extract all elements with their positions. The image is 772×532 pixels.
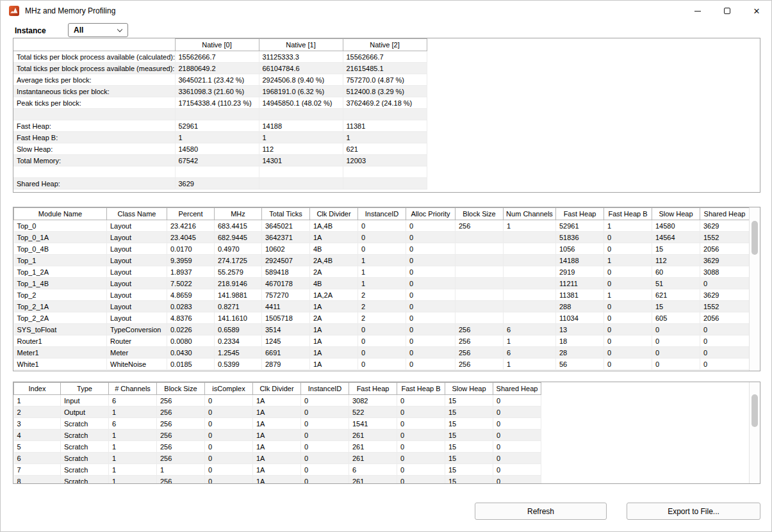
table-row[interactable]: Top_1Layout9.3959274.172529245072A,4B101… (14, 255, 750, 266)
table-row[interactable]: White1WhiteNoise0.01850.539928791A002561… (14, 359, 750, 370)
table-cell[interactable]: 4670178 (262, 278, 310, 289)
table-cell[interactable]: 6 (109, 395, 157, 407)
table-cell[interactable]: 0 (205, 418, 253, 430)
table-cell[interactable]: 55.2579 (215, 266, 262, 278)
table-cell[interactable]: 0 (604, 232, 652, 243)
table-cell[interactable]: 0 (301, 453, 349, 464)
table-cell[interactable]: Instantaneous ticks per block: (13, 86, 175, 97)
table-cell[interactable]: 1A (310, 335, 358, 347)
table-cell[interactable]: 0 (358, 232, 406, 243)
table-cell[interactable]: 621 (343, 143, 427, 155)
table-row[interactable]: 3Scratch625601A015410150 (14, 418, 541, 430)
table-cell[interactable]: 0 (406, 312, 456, 324)
table-cell[interactable] (343, 166, 427, 178)
table-cell[interactable]: 3629 (700, 289, 750, 301)
table-cell[interactable]: 683.4415 (215, 220, 262, 232)
export-button[interactable]: Export to File... (627, 503, 760, 520)
table-cell[interactable]: 1A (253, 407, 301, 418)
table-cell[interactable]: 0 (397, 395, 445, 407)
table-cell[interactable]: 0.0226 (167, 324, 215, 335)
table-cell[interactable]: 0 (205, 476, 253, 485)
table-cell[interactable] (456, 255, 504, 266)
table-cell[interactable]: Top_1 (14, 255, 107, 266)
table-cell[interactable]: 0 (604, 243, 652, 255)
table-cell[interactable]: 0 (406, 232, 456, 243)
table-cell[interactable]: Top_1_4B (14, 278, 107, 289)
table-cell[interactable]: Scratch (61, 441, 109, 453)
table-cell[interactable]: 3088 (700, 266, 750, 278)
table-cell[interactable] (175, 109, 259, 120)
table-cell[interactable]: 0 (397, 430, 445, 441)
table-cell[interactable]: 1 (604, 255, 652, 266)
table-cell[interactable]: Meter1 (14, 347, 107, 359)
table-cell[interactable]: 0.6589 (215, 324, 262, 335)
table-cell[interactable]: 0 (406, 243, 456, 255)
table-cell[interactable]: 28 (556, 347, 604, 359)
table-cell[interactable]: 6 (504, 324, 556, 335)
table-cell[interactable] (504, 232, 556, 243)
table-cell[interactable]: Fast Heap: (13, 120, 175, 132)
table-cell[interactable]: 21880649.2 (175, 63, 259, 74)
table-cell[interactable]: 3629 (700, 220, 750, 232)
table-cell[interactable]: 2924506.8 (9.40 %) (259, 74, 343, 86)
table-cell[interactable]: 2A,4B (310, 255, 358, 266)
table-cell[interactable]: 2A (310, 266, 358, 278)
table-cell[interactable]: 14580 (652, 220, 700, 232)
table-cell[interactable]: Scratch (61, 430, 109, 441)
table-cell[interactable]: Router (107, 335, 167, 347)
table-cell[interactable]: 1 (358, 278, 406, 289)
table-cell[interactable]: 0 (652, 335, 700, 347)
table-row[interactable]: Total ticks per block process available … (13, 51, 427, 63)
table-cell[interactable]: 256 (157, 395, 205, 407)
table-cell[interactable]: 0 (358, 347, 406, 359)
table-cell[interactable]: 2 (358, 289, 406, 301)
table-cell[interactable]: 2924507 (262, 255, 310, 266)
table-cell[interactable]: 261 (349, 441, 397, 453)
table-cell[interactable] (259, 166, 343, 178)
table-cell[interactable]: 0 (397, 418, 445, 430)
table-row[interactable]: 6Scratch125601A02610150 (14, 453, 541, 464)
table-cell[interactable]: 0 (397, 441, 445, 453)
table-cell[interactable]: 52961 (556, 220, 604, 232)
table-cell[interactable]: 2 (14, 407, 61, 418)
table-cell[interactable]: 1A (253, 418, 301, 430)
table-row[interactable]: Top_2_1ALayout0.02830.827144111A20288015… (14, 301, 750, 312)
table-cell[interactable]: 0 (358, 335, 406, 347)
table-cell[interactable]: 0 (493, 464, 541, 476)
table-cell[interactable]: 51 (652, 278, 700, 289)
table-cell[interactable]: 3629 (175, 178, 259, 189)
table-row[interactable]: 7Scratch1101A060150 (14, 464, 541, 476)
table-cell[interactable]: 2 (358, 301, 406, 312)
table-row[interactable]: Meter1Meter0.04301.254566911A00256628000 (14, 347, 750, 359)
table-cell[interactable]: 15 (445, 418, 493, 430)
table-cell[interactable]: 1 (175, 132, 259, 143)
table-cell[interactable]: 15562666.7 (343, 51, 427, 63)
table-row[interactable]: Top_2_2ALayout4.8376141.161015057182A201… (14, 312, 750, 324)
table-cell[interactable]: 1A (253, 476, 301, 485)
table-cell[interactable] (456, 278, 504, 289)
table-cell[interactable]: 1A (253, 464, 301, 476)
table-cell[interactable]: 256 (456, 347, 504, 359)
table-cell[interactable]: 1 (604, 220, 652, 232)
table-cell[interactable]: 1 (157, 464, 205, 476)
table-cell[interactable]: 1 (14, 395, 61, 407)
table-cell[interactable]: 0 (358, 359, 406, 370)
table-cell[interactable]: 14945850.1 (48.02 %) (259, 97, 343, 109)
table-cell[interactable]: 0 (301, 418, 349, 430)
table-cell[interactable]: 1541 (349, 418, 397, 430)
table-cell[interactable]: Layout (107, 289, 167, 301)
table-cell[interactable] (504, 243, 556, 255)
table-row[interactable]: 8Scratch125601A02610150 (14, 476, 541, 485)
table-cell[interactable]: Layout (107, 266, 167, 278)
table-row[interactable]: Top_1_2ALayout1.893755.25795894182A10291… (14, 266, 750, 278)
table-cell[interactable]: 2056 (700, 243, 750, 255)
table-cell[interactable]: 15 (445, 407, 493, 418)
table-cell[interactable]: 1A (310, 359, 358, 370)
minimize-button[interactable] (683, 1, 712, 21)
table-cell[interactable]: 15 (445, 453, 493, 464)
maximize-button[interactable] (712, 1, 742, 21)
table-cell[interactable]: 0 (406, 335, 456, 347)
table-cell[interactable]: 0 (397, 407, 445, 418)
table-cell[interactable]: Top_2_2A (14, 312, 107, 324)
table-cell[interactable] (343, 109, 427, 120)
